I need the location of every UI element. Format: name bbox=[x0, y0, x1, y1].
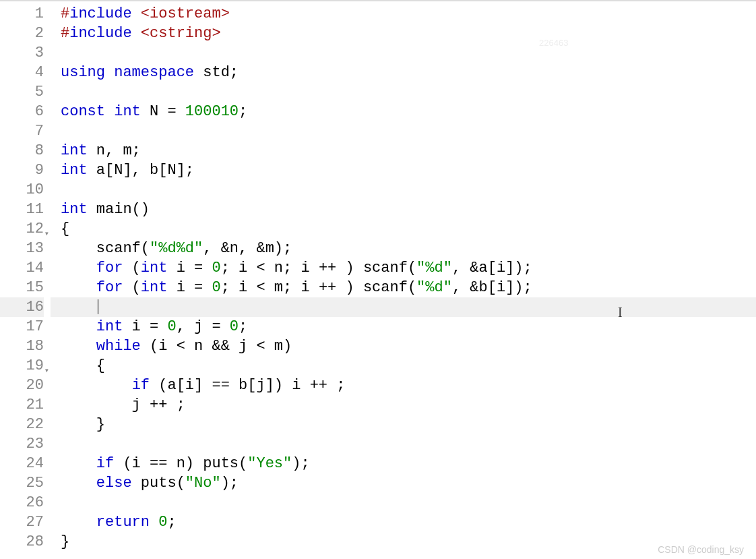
code-line[interactable]: #include <iostream> bbox=[61, 4, 756, 24]
line-number: 19▾ bbox=[0, 356, 44, 376]
line-number: 8 bbox=[0, 141, 44, 160]
line-number: 14 bbox=[0, 258, 44, 278]
code-line[interactable]: { bbox=[61, 356, 756, 376]
code-line[interactable]: while (i < n && j < m) bbox=[61, 336, 756, 356]
line-number: 26 bbox=[0, 493, 44, 512]
code-line[interactable]: if (i == n) puts("Yes"); bbox=[61, 454, 756, 473]
code-line[interactable]: } bbox=[61, 532, 756, 552]
code-line[interactable]: int n, m; bbox=[61, 141, 756, 160]
code-line[interactable]: using namespace std; bbox=[61, 63, 756, 82]
text-caret bbox=[98, 299, 98, 314]
code-line[interactable]: for (int i = 0; i < m; i ++ ) scanf("%d"… bbox=[61, 278, 756, 297]
line-number: 28 bbox=[0, 532, 44, 552]
code-line[interactable] bbox=[61, 82, 756, 102]
line-number: 18 bbox=[0, 336, 44, 356]
line-number: 7 bbox=[0, 121, 44, 141]
code-line[interactable]: int i = 0, j = 0; bbox=[61, 317, 756, 336]
line-number-gutter: 123456789101112▾13141516171819▾202122232… bbox=[0, 4, 51, 559]
code-line[interactable]: return 0; bbox=[61, 512, 756, 532]
code-line[interactable]: { bbox=[61, 219, 756, 239]
line-number: 20 bbox=[0, 376, 44, 395]
code-line[interactable]: j ++ ; bbox=[61, 395, 756, 415]
code-line[interactable] bbox=[61, 180, 756, 200]
code-area[interactable]: #include <iostream>#include <cstring>usi… bbox=[51, 4, 756, 559]
line-number: 12▾ bbox=[0, 219, 44, 239]
line-number: 27 bbox=[0, 512, 44, 532]
code-line[interactable] bbox=[61, 434, 756, 454]
code-line[interactable]: if (a[i] == b[j]) i ++ ; bbox=[61, 376, 756, 395]
code-line[interactable] bbox=[61, 493, 756, 512]
code-line[interactable] bbox=[61, 121, 756, 141]
line-number: 5 bbox=[0, 82, 44, 102]
line-number: 21 bbox=[0, 395, 44, 415]
code-editor[interactable]: 123456789101112▾13141516171819▾202122232… bbox=[0, 0, 756, 559]
code-line[interactable]: else puts("No"); bbox=[61, 473, 756, 493]
code-line[interactable]: #include <cstring> bbox=[61, 24, 756, 43]
line-number: 4 bbox=[0, 63, 44, 82]
line-number: 23 bbox=[0, 434, 44, 454]
code-line[interactable]: int a[N], b[N]; bbox=[61, 160, 756, 180]
line-number: 24 bbox=[0, 454, 44, 473]
code-line[interactable]: for (int i = 0; i < n; i ++ ) scanf("%d"… bbox=[61, 258, 756, 278]
line-number: 10 bbox=[0, 180, 44, 200]
fold-marker-icon[interactable]: ▾ bbox=[44, 361, 49, 381]
fold-marker-icon[interactable]: ▾ bbox=[44, 225, 49, 244]
code-line[interactable]: } bbox=[61, 415, 756, 434]
code-line[interactable] bbox=[61, 43, 756, 63]
line-number: 1 bbox=[0, 4, 44, 24]
line-number: 13 bbox=[0, 239, 44, 258]
line-number: 11 bbox=[0, 200, 44, 219]
code-line[interactable]: scanf("%d%d", &n, &m); bbox=[61, 239, 756, 258]
code-line[interactable] bbox=[51, 297, 756, 317]
line-number: 3 bbox=[0, 43, 44, 63]
line-number: 15 bbox=[0, 278, 44, 297]
line-number: 16 bbox=[0, 297, 44, 317]
code-line[interactable]: int main() bbox=[61, 200, 756, 219]
code-line[interactable]: const int N = 100010; bbox=[61, 102, 756, 121]
line-number: 9 bbox=[0, 160, 44, 180]
line-number: 17 bbox=[0, 317, 44, 336]
line-number: 22 bbox=[0, 415, 44, 434]
line-number: 2 bbox=[0, 24, 44, 43]
line-number: 25 bbox=[0, 473, 44, 493]
line-number: 6 bbox=[0, 102, 44, 121]
